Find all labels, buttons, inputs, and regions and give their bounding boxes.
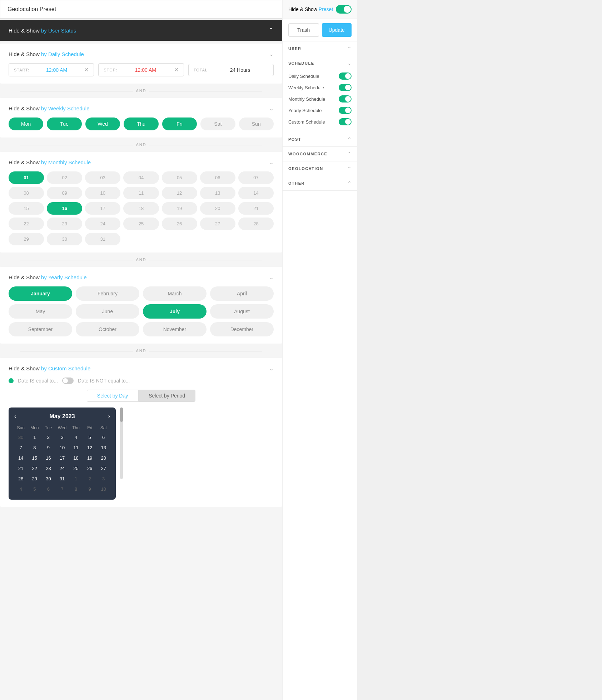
month-day-21[interactable]: 21 [238,202,274,215]
week-btn-thu[interactable]: Thu [124,118,158,130]
cal-day-5-1[interactable]: 5 [28,484,41,494]
month-day-08[interactable]: 08 [9,187,44,199]
schedule-item-toggle[interactable] [339,72,352,80]
month-day-29[interactable]: 29 [9,233,44,245]
cal-day-5-0[interactable]: 4 [14,484,28,494]
cal-day-0-2[interactable]: 2 [42,432,55,442]
month-day-07[interactable]: 07 [238,171,274,184]
month-day-03[interactable]: 03 [85,171,120,184]
year-month-january[interactable]: January [9,286,72,301]
year-month-june[interactable]: June [76,304,139,319]
calendar-next-btn[interactable]: › [108,413,110,420]
cal-day-4-3[interactable]: 31 [56,474,69,484]
cal-day-2-5[interactable]: 19 [83,453,96,463]
month-day-16[interactable]: 16 [47,202,82,215]
calendar-scrollbar[interactable] [120,408,123,479]
trash-button[interactable]: Trash [288,23,319,37]
date-not-toggle[interactable] [62,378,74,384]
month-day-25[interactable]: 25 [123,218,159,230]
month-day-22[interactable]: 22 [9,218,44,230]
custom-schedule-chevron[interactable]: ⌄ [269,365,274,372]
start-clear-icon[interactable]: ✕ [84,66,89,73]
month-day-10[interactable]: 10 [85,187,120,199]
cal-day-1-1[interactable]: 8 [28,443,41,452]
post-section-header[interactable]: POST ⌃ [283,132,357,146]
month-day-15[interactable]: 15 [9,202,44,215]
cal-day-4-4[interactable]: 1 [69,474,83,484]
cal-day-3-5[interactable]: 26 [83,464,96,473]
cal-day-1-6[interactable]: 13 [97,443,110,452]
cal-day-0-4[interactable]: 4 [69,432,83,442]
cal-day-4-1[interactable]: 29 [28,474,41,484]
year-month-february[interactable]: February [76,286,139,301]
cal-day-2-2[interactable]: 16 [42,453,55,463]
other-section-header[interactable]: OTHER ⌃ [283,176,357,190]
month-day-27[interactable]: 27 [200,218,235,230]
preset-title[interactable]: Geolocation Preset [8,6,56,12]
cal-day-0-1[interactable]: 1 [28,432,41,442]
week-btn-sun[interactable]: Sun [239,118,274,130]
daily-schedule-chevron[interactable]: ⌄ [269,51,274,58]
month-day-12[interactable]: 12 [162,187,197,199]
year-month-october[interactable]: October [76,322,139,336]
select-by-day-btn[interactable]: Select by Day [87,390,138,402]
cal-day-3-4[interactable]: 25 [69,464,83,473]
geolocation-section-header[interactable]: GEOLOCATION ⌃ [283,161,357,176]
week-btn-mon[interactable]: Mon [9,118,43,130]
month-day-09[interactable]: 09 [47,187,82,199]
cal-day-1-5[interactable]: 12 [83,443,96,452]
preset-toggle[interactable] [336,5,352,14]
schedule-item-toggle[interactable] [339,95,352,102]
schedule-item-toggle[interactable] [339,84,352,91]
cal-day-5-5[interactable]: 9 [83,484,96,494]
cal-day-2-0[interactable]: 14 [14,453,28,463]
cal-day-4-5[interactable]: 2 [83,474,96,484]
cal-day-2-6[interactable]: 20 [97,453,110,463]
calendar-prev-btn[interactable]: ‹ [14,413,16,420]
cal-day-0-6[interactable]: 6 [97,432,110,442]
schedule-item-toggle[interactable] [339,107,352,114]
cal-day-2-1[interactable]: 15 [28,453,41,463]
month-day-13[interactable]: 13 [200,187,235,199]
month-day-06[interactable]: 06 [200,171,235,184]
cal-day-3-6[interactable]: 27 [97,464,110,473]
cal-day-1-0[interactable]: 7 [14,443,28,452]
cal-day-0-3[interactable]: 3 [56,432,69,442]
month-day-18[interactable]: 18 [123,202,159,215]
user-status-chevron-up[interactable]: ⌃ [268,26,274,34]
month-day-28[interactable]: 28 [238,218,274,230]
cal-day-5-6[interactable]: 10 [97,484,110,494]
weekly-schedule-chevron[interactable]: ⌄ [269,105,274,112]
month-day-30[interactable]: 30 [47,233,82,245]
user-status-bar[interactable]: Hide & Show by User Status ⌃ [0,20,282,41]
month-day-19[interactable]: 19 [162,202,197,215]
schedule-item-toggle[interactable] [339,118,352,125]
month-day-23[interactable]: 23 [47,218,82,230]
month-day-02[interactable]: 02 [47,171,82,184]
year-month-december[interactable]: December [210,322,274,336]
week-btn-sat[interactable]: Sat [200,118,235,130]
month-day-05[interactable]: 05 [162,171,197,184]
year-month-april[interactable]: April [210,286,274,301]
cal-day-1-4[interactable]: 11 [69,443,83,452]
update-button[interactable]: Update [322,23,352,37]
cal-day-5-2[interactable]: 6 [42,484,55,494]
week-btn-wed[interactable]: Wed [85,118,120,130]
month-day-01[interactable]: 01 [9,171,44,184]
cal-day-0-5[interactable]: 5 [83,432,96,442]
start-time-field[interactable]: START: 12:00 AM ✕ [9,63,94,76]
month-day-31[interactable]: 31 [85,233,120,245]
month-day-20[interactable]: 20 [200,202,235,215]
year-month-november[interactable]: November [143,322,207,336]
month-day-14[interactable]: 14 [238,187,274,199]
cal-day-4-0[interactable]: 28 [14,474,28,484]
cal-day-3-1[interactable]: 22 [28,464,41,473]
month-day-11[interactable]: 11 [123,187,159,199]
year-month-march[interactable]: March [143,286,207,301]
cal-day-5-4[interactable]: 8 [69,484,83,494]
year-month-may[interactable]: May [9,304,72,319]
user-section-header[interactable]: USER ⌃ [283,41,357,56]
cal-day-0-0[interactable]: 30 [14,432,28,442]
cal-day-5-3[interactable]: 7 [56,484,69,494]
week-btn-fri[interactable]: Fri [162,118,197,130]
